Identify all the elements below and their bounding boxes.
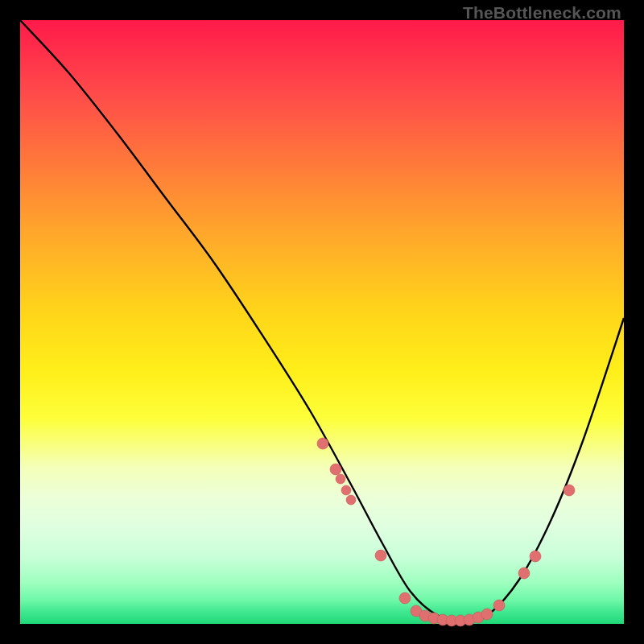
data-marker: [493, 600, 505, 611]
data-marker: [330, 464, 341, 475]
data-marker: [564, 485, 575, 496]
bottleneck-chart: [20, 20, 624, 624]
data-markers-group: [317, 438, 575, 626]
data-marker: [530, 551, 541, 562]
data-marker: [346, 495, 356, 505]
data-marker: [341, 485, 351, 495]
data-marker: [336, 474, 345, 484]
data-marker: [375, 550, 386, 561]
data-marker: [399, 592, 411, 604]
bottleneck-curve-line: [20, 20, 624, 621]
data-marker: [481, 609, 493, 620]
data-marker: [317, 438, 328, 449]
data-marker: [518, 568, 530, 579]
